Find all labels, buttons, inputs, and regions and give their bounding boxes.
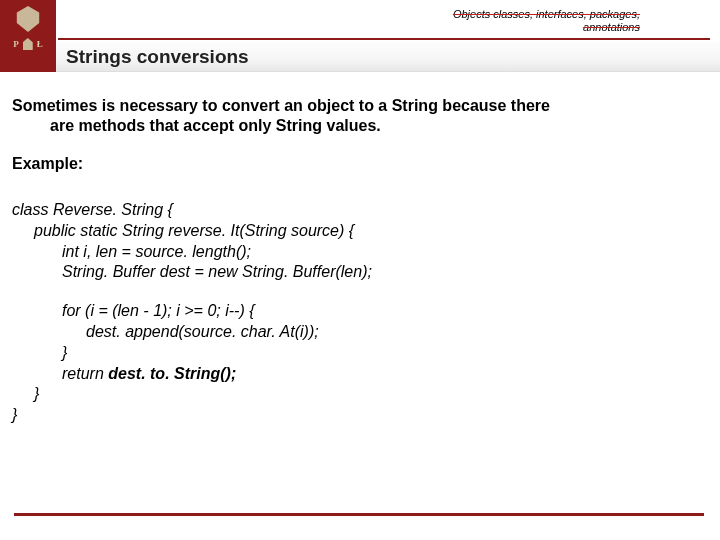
university-emblem-icon	[14, 6, 42, 32]
code-line: String. Buffer dest = new String. Buffer…	[12, 262, 704, 283]
logo-crest-icon	[23, 38, 33, 50]
code-line: public static String reverse. It(String …	[12, 221, 704, 242]
breadcrumb-line2: annotations	[583, 21, 640, 33]
logo-letters: P Ł	[13, 38, 43, 50]
logo-letter-right: Ł	[37, 39, 43, 49]
title-bar: Strings conversions	[56, 42, 720, 72]
breadcrumb-line1: Objects classes, interfaces, packages,	[453, 8, 640, 20]
code-line: for (i = (len - 1); i >= 0; i--) {	[12, 301, 704, 322]
blank-line	[12, 283, 704, 301]
code-line: class Reverse. String {	[12, 201, 173, 218]
breadcrumb: Objects classes, interfaces, packages, a…	[453, 8, 640, 34]
code-block: class Reverse. String { public static St…	[12, 200, 704, 426]
slide-content: Sometimes is necessary to convert an obj…	[12, 96, 704, 426]
logo-letter-left: P	[13, 39, 19, 49]
intro-line1: Sometimes is necessary to convert an obj…	[12, 97, 550, 114]
code-emphasis: dest. to. String();	[108, 365, 236, 382]
code-line: }	[12, 384, 704, 405]
example-label: Example:	[12, 154, 704, 174]
code-line: }	[12, 406, 17, 423]
page-title: Strings conversions	[66, 46, 249, 68]
code-line: dest. append(source. char. At(i));	[12, 322, 704, 343]
intro-paragraph: Sometimes is necessary to convert an obj…	[12, 96, 704, 136]
intro-line2: are methods that accept only String valu…	[12, 116, 704, 136]
logo-block: P Ł	[0, 0, 56, 72]
code-line: int i, len = source. length();	[12, 242, 704, 263]
code-line: return dest. to. String();	[12, 364, 704, 385]
divider-bottom	[14, 513, 704, 516]
divider-top	[58, 38, 710, 40]
code-line: }	[12, 343, 704, 364]
